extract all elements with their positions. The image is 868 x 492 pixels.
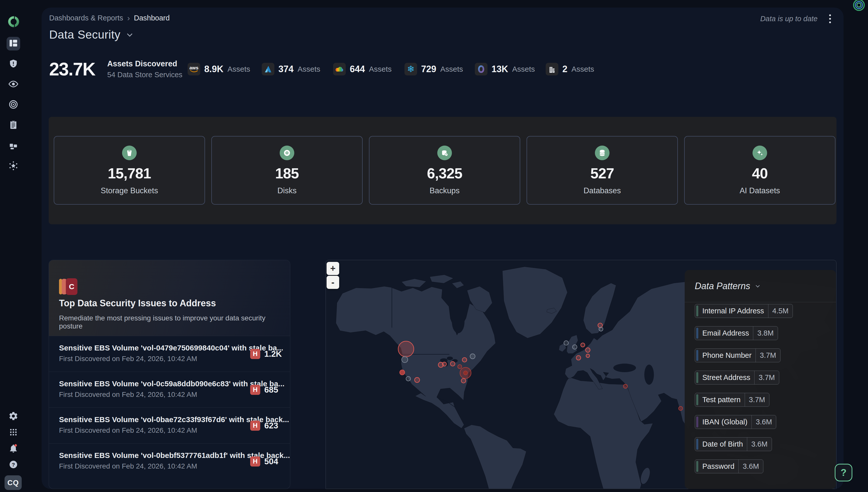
pattern-count: 3.8M xyxy=(753,326,777,340)
map-bubble[interactable] xyxy=(451,362,455,366)
map-bubble[interactable] xyxy=(572,345,577,349)
summary-card-disk[interactable]: 185 Disks xyxy=(211,136,363,205)
provider-unit: Assets xyxy=(571,65,594,73)
sidebar-item-widgets[interactable] xyxy=(6,139,20,153)
issues-panel-subtitle: Remediate the most pressing issues to im… xyxy=(59,314,290,330)
sidebar-icon xyxy=(8,59,18,69)
map-bubble[interactable] xyxy=(398,341,414,357)
sidebar-item-target[interactable] xyxy=(6,98,20,112)
data-pattern-pill[interactable]: Email Address 3.8M xyxy=(695,326,778,340)
sidebar-item-help[interactable]: ? xyxy=(6,458,20,472)
map-bubble[interactable] xyxy=(463,371,467,375)
dashboard-selector[interactable]: Data Security xyxy=(49,28,131,41)
pattern-label: Internal IP Address xyxy=(698,304,768,318)
provider-icon xyxy=(475,63,487,75)
map-bubble[interactable] xyxy=(564,341,568,345)
issue-row[interactable]: Sensitive EBS Volume 'vol-0479e750699840… xyxy=(49,336,290,372)
record-rings-icon xyxy=(852,0,866,13)
summary-card-database[interactable]: 527 Databases xyxy=(527,136,678,205)
breadcrumb-link-dashboards[interactable]: Dashboards & Reports xyxy=(49,14,123,22)
data-patterns-selector[interactable]: Data Patterns xyxy=(685,270,836,302)
pattern-label: Test pattern xyxy=(698,393,745,407)
summary-card-label: Storage Buckets xyxy=(101,186,158,195)
sidebar-item-notifications[interactable] xyxy=(6,442,20,456)
map-bubble[interactable] xyxy=(679,407,683,411)
data-pattern-pill[interactable]: Phone Number 3.7M xyxy=(695,348,781,362)
map-bubble[interactable] xyxy=(458,365,462,369)
assets-total: 23.7K xyxy=(49,59,95,79)
pattern-count: 3.6M xyxy=(747,438,771,451)
map-bubble[interactable] xyxy=(623,384,628,388)
sidebar-item-shield-alert[interactable] xyxy=(6,57,20,71)
map-bubble[interactable] xyxy=(462,358,467,362)
summary-card-icon xyxy=(595,146,610,160)
summary-card-icon xyxy=(437,146,452,160)
sidebar-item-clipboard[interactable] xyxy=(6,119,20,132)
breadcrumb-current: Dashboard xyxy=(134,14,170,22)
data-pattern-pill[interactable]: Street Address 3.7M xyxy=(695,371,779,385)
map-bubble[interactable] xyxy=(415,377,419,383)
summary-card-storage-bucket[interactable]: 15,781 Storage Buckets xyxy=(54,136,205,205)
map-bubble[interactable] xyxy=(402,356,408,363)
data-pattern-pill[interactable]: Internal IP Address 4.5M xyxy=(695,304,793,318)
sidebar-item-sparkle-star[interactable] xyxy=(6,159,20,173)
map-bubble[interactable] xyxy=(599,327,603,331)
sidebar-item-eye[interactable] xyxy=(6,78,20,91)
issue-row[interactable]: Sensitive EBS Volume 'vol-0c59a8ddb090e6… xyxy=(49,372,290,408)
map-bubble[interactable] xyxy=(581,343,585,347)
issue-count: 504 xyxy=(264,457,283,466)
sidebar-item-dashboard-layout[interactable] xyxy=(6,37,20,50)
map-bubble[interactable] xyxy=(576,355,581,360)
map-bubble[interactable] xyxy=(586,354,590,358)
summary-card-value: 185 xyxy=(275,165,299,182)
data-store-services-label: 54 Data Store Services xyxy=(107,71,182,79)
provider-count: 8.9K xyxy=(204,64,224,74)
map-bubble[interactable] xyxy=(461,378,466,383)
map-zoom-out-button[interactable]: - xyxy=(327,276,339,289)
kebab-menu-icon[interactable] xyxy=(827,13,834,25)
summary-card-label: Backups xyxy=(430,186,460,195)
severity-stack-icon: C xyxy=(59,278,78,295)
map-zoom-in-button[interactable]: + xyxy=(327,262,339,275)
pattern-label: Password xyxy=(698,460,738,473)
summary-card-ai-dataset[interactable]: 40 AI Datasets xyxy=(684,136,836,205)
summary-card-value: 6,325 xyxy=(427,165,462,182)
data-pattern-pill[interactable]: IBAN (Global) 3.6M xyxy=(695,415,776,429)
issue-discovered-date: First Discovered on Feb 24, 2026, 10:42 … xyxy=(59,462,197,470)
assets-total-label: Assets Discovered xyxy=(107,59,182,68)
data-pattern-pill[interactable]: Password 3.6M xyxy=(695,460,763,473)
svg-text:?: ? xyxy=(12,462,15,468)
provider-count: 13K xyxy=(491,64,508,74)
pattern-color-bar xyxy=(696,372,698,383)
summary-card-icon xyxy=(280,146,294,160)
provider-stat: 2 Assets xyxy=(546,62,594,76)
data-pattern-pill[interactable]: Date of Birth 3.6M xyxy=(695,437,772,451)
summary-card-label: Databases xyxy=(584,186,621,195)
summary-card-value: 15,781 xyxy=(108,165,151,182)
data-status: Data is up to date xyxy=(760,14,834,24)
map-zoom-controls: + - xyxy=(327,262,339,289)
user-avatar[interactable]: CQ xyxy=(4,475,22,490)
issue-row[interactable]: Sensitive EBS Volume 'vol-0bebf5377761ad… xyxy=(49,443,290,479)
severity-badge: H xyxy=(250,421,260,431)
help-fab-button[interactable]: ? xyxy=(835,464,852,482)
pattern-label: IBAN (Global) xyxy=(698,415,751,429)
map-bubble[interactable] xyxy=(470,354,475,359)
data-patterns-panel: Data Patterns Internal IP Address 4.5M E… xyxy=(685,270,836,489)
breadcrumb: Dashboards & Reports › Dashboard xyxy=(49,14,170,22)
sidebar-item-apps-grid[interactable] xyxy=(6,426,20,440)
sidebar-nav-top xyxy=(6,37,20,173)
map-bubble[interactable] xyxy=(598,323,603,327)
map-bubble[interactable] xyxy=(442,362,446,366)
sidebar-icon xyxy=(8,99,19,110)
map-bubble[interactable] xyxy=(406,376,411,381)
sidebar-icon xyxy=(8,79,19,90)
map-bubble[interactable] xyxy=(586,348,590,352)
map-bubble[interactable] xyxy=(400,370,405,375)
brand-logo-icon[interactable] xyxy=(7,15,20,28)
chevron-down-icon xyxy=(756,284,760,288)
sidebar-item-settings[interactable] xyxy=(6,410,20,423)
issue-row[interactable]: Sensitive EBS Volume 'vol-0bae72c33f93f6… xyxy=(49,408,290,443)
data-pattern-pill[interactable]: Test pattern 3.7M xyxy=(695,393,769,407)
summary-card-backup[interactable]: 6,325 Backups xyxy=(369,136,520,205)
